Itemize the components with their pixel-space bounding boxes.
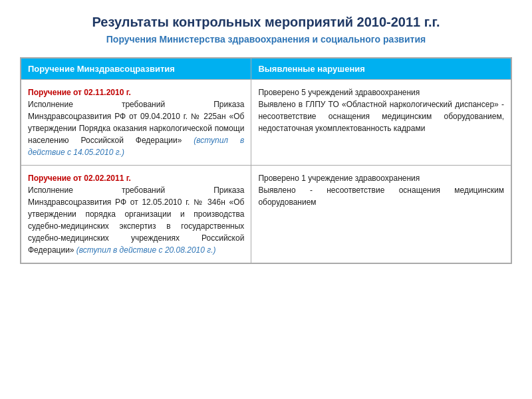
row2-left-title: Поручение от 02.02.2011 г. [28, 174, 131, 183]
row1-left-title: Поручение от 02.11.2010 г. [28, 88, 131, 97]
col2-header: Выявленные нарушения [251, 59, 511, 80]
row2-right-line2: Выявлено - несоответствие оснащения меди… [258, 186, 504, 207]
row2-right-line1: Проверено 1 учреждение здравоохранения [258, 174, 420, 183]
page: Результаты контрольных мероприятий 2010-… [0, 0, 532, 399]
main-table-container: Поручение Минздравсоцразвития Выявленные… [20, 57, 512, 264]
table-row: Поручение от 02.11.2010 г. Исполнение тр… [21, 80, 511, 166]
col1-header: Поручение Минздравсоцразвития [21, 59, 251, 80]
left-cell-2: Поручение от 02.02.2011 г. Исполнение тр… [21, 166, 251, 263]
left-cell-1: Поручение от 02.11.2010 г. Исполнение тр… [21, 80, 251, 166]
sub-title: Поручения Министерства здравоохранения и… [106, 33, 426, 45]
row1-right-line1: Проверено 5 учреждений здравоохранения [258, 88, 420, 97]
table-header-row: Поручение Минздравсоцразвития Выявленные… [21, 59, 511, 80]
right-cell-2: Проверено 1 учреждение здравоохранения В… [251, 166, 511, 263]
main-table: Поручение Минздравсоцразвития Выявленные… [21, 58, 511, 263]
row1-right-line2: Выявлено в ГЛПУ ТО «Областной наркологич… [258, 100, 504, 133]
main-title: Результаты контрольных мероприятий 2010-… [92, 13, 440, 31]
table-row: Поручение от 02.02.2011 г. Исполнение тр… [21, 166, 511, 263]
row2-left-body: Исполнение требований Приказа Минздравсо… [28, 186, 244, 255]
row2-left-highlight: (вступил в действие с 20.08.2010 г.) [76, 245, 216, 255]
right-cell-1: Проверено 5 учреждений здравоохранения В… [251, 80, 511, 166]
